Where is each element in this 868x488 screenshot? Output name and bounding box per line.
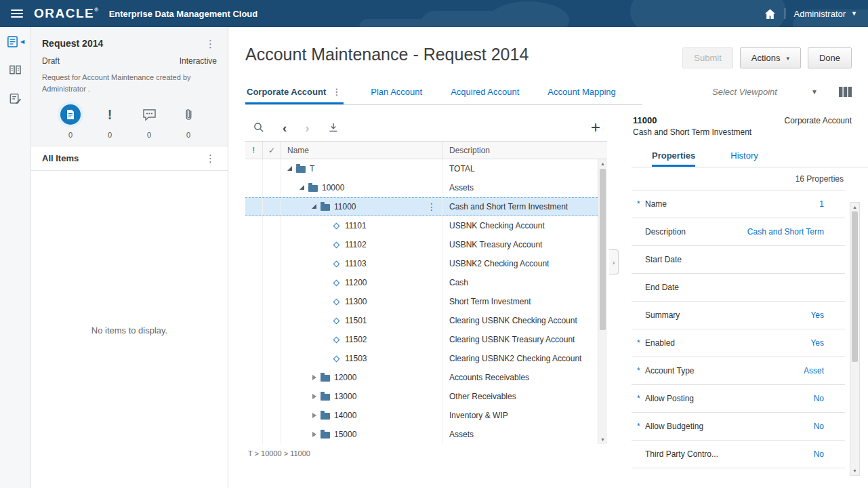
- panel-expander-handle[interactable]: ›: [609, 249, 619, 274]
- comments-counter[interactable]: 0: [134, 104, 164, 139]
- property-row[interactable]: Start Date: [632, 246, 845, 274]
- property-row[interactable]: *Name1: [632, 190, 845, 218]
- node-description: TOTAL: [442, 159, 598, 178]
- property-row[interactable]: *Account TypeAsset: [632, 357, 845, 385]
- request-panel: Request 2014 ⋮ Draft Interactive Request…: [31, 27, 228, 488]
- node-description: Assets: [442, 178, 598, 197]
- name-cell: 13000: [281, 387, 442, 406]
- tree-row[interactable]: 15000Assets: [245, 425, 598, 444]
- menu-icon[interactable]: [11, 9, 23, 18]
- layout-grid-icon[interactable]: [839, 87, 852, 100]
- check-cell: [263, 273, 281, 292]
- tree-row[interactable]: 11503Clearing USBNK2 Checking Account: [245, 349, 598, 368]
- tab-menu-icon[interactable]: ⋮: [331, 87, 342, 96]
- details-tab-history[interactable]: History: [730, 146, 758, 167]
- tree-row[interactable]: 11000⋮Cash and Short Term Investment: [245, 197, 598, 216]
- description-column-header[interactable]: Description: [442, 142, 607, 159]
- details-scrollbar[interactable]: ▲ ▼: [850, 202, 860, 476]
- tree-row[interactable]: 10000Assets: [245, 178, 598, 197]
- expand-toggle-icon[interactable]: [310, 202, 319, 211]
- scrollbar-thumb[interactable]: [600, 169, 606, 330]
- expand-toggle-icon[interactable]: [310, 430, 319, 439]
- submit-button[interactable]: Submit: [682, 47, 732, 68]
- property-value[interactable]: Cash and Short Term: [747, 227, 844, 237]
- search-icon[interactable]: [253, 122, 264, 133]
- property-value[interactable]: 1: [819, 199, 844, 209]
- flag-column-header[interactable]: !: [245, 142, 263, 159]
- property-value[interactable]: Yes: [810, 338, 844, 348]
- property-row[interactable]: End Date: [632, 274, 845, 302]
- flag-cell: [245, 349, 263, 368]
- expand-toggle-icon[interactable]: [310, 373, 319, 382]
- tab-acquired-account[interactable]: Acquired Account: [449, 81, 520, 104]
- done-button[interactable]: Done: [808, 47, 852, 68]
- tree-row[interactable]: 11200Cash: [245, 273, 598, 292]
- collapse-panel-icon[interactable]: ◀: [20, 39, 24, 45]
- scrollbar-thumb[interactable]: [852, 211, 858, 362]
- scroll-up-icon[interactable]: ▲: [598, 161, 607, 166]
- property-value[interactable]: No: [814, 422, 844, 431]
- expand-toggle-icon[interactable]: [310, 411, 319, 420]
- tree-row[interactable]: 13000Other Receivables: [245, 387, 598, 406]
- tree-scrollbar[interactable]: ▲ ▼: [598, 159, 607, 444]
- property-row[interactable]: Third Party Contro...No: [632, 441, 845, 468]
- property-value[interactable]: Asset: [804, 366, 844, 375]
- request-menu-icon[interactable]: ⋮: [204, 39, 217, 49]
- issues-counter[interactable]: ! 0: [95, 104, 125, 139]
- viewpoint-selector[interactable]: Select Viewpoint ▼: [712, 87, 818, 97]
- property-value[interactable]: No: [814, 449, 844, 459]
- property-value[interactable]: No: [814, 394, 844, 403]
- tree-row[interactable]: 11501Clearing USBNK Checking Account: [245, 311, 598, 330]
- tree-row[interactable]: TTOTAL: [245, 159, 598, 178]
- scroll-down-icon[interactable]: ▼: [850, 468, 859, 473]
- nav-requests-button[interactable]: ◀: [0, 27, 30, 56]
- required-marker: *: [637, 366, 645, 375]
- all-items-menu-icon[interactable]: ⋮: [204, 153, 217, 163]
- check-column-header[interactable]: ✓: [263, 142, 281, 159]
- property-row[interactable]: DescriptionCash and Short Term: [632, 218, 845, 246]
- expand-toggle-icon[interactable]: [310, 392, 319, 401]
- property-row[interactable]: SummaryYes: [632, 302, 845, 329]
- twisty-spacer: [322, 354, 331, 363]
- nav-activity-button[interactable]: [0, 84, 30, 113]
- tab-plan-account[interactable]: Plan Account: [369, 81, 423, 104]
- property-label: Summary: [645, 310, 680, 320]
- node-name: 11000: [334, 202, 356, 211]
- row-menu-icon[interactable]: ⋮: [427, 201, 436, 212]
- tree-row[interactable]: 11103USBNK2 Checking Account: [245, 254, 598, 273]
- download-icon[interactable]: [328, 122, 339, 133]
- nav-compare-button[interactable]: [0, 56, 30, 84]
- node-description: Inventory & WIP: [442, 406, 598, 425]
- tree-row[interactable]: 11300Short Term Investment: [245, 292, 598, 311]
- tree-row[interactable]: 11101USBNK Checking Account: [245, 216, 598, 235]
- actions-button[interactable]: Actions ▾: [740, 47, 801, 68]
- tree-row[interactable]: 11102USBNK Treasury Account: [245, 235, 598, 254]
- user-menu[interactable]: Administrator ▼: [794, 9, 858, 19]
- property-value[interactable]: Yes: [810, 310, 844, 320]
- cloud-decoration: [359, 19, 434, 27]
- property-row[interactable]: *Allow PostingNo: [632, 385, 845, 413]
- node-name: 15000: [334, 430, 356, 439]
- tree-row[interactable]: 14000Inventory & WIP: [245, 406, 598, 425]
- scroll-up-icon[interactable]: ▲: [850, 205, 859, 209]
- request-items-counter[interactable]: 0: [56, 104, 85, 139]
- property-row[interactable]: *Allow BudgetingNo: [632, 413, 845, 441]
- tab-account-mapping[interactable]: Account Mapping: [546, 81, 617, 104]
- back-icon[interactable]: ‹: [283, 121, 287, 134]
- leaf-node-icon: [333, 279, 340, 286]
- expand-toggle-icon[interactable]: [285, 164, 295, 174]
- details-tab-properties[interactable]: Properties: [652, 146, 695, 167]
- tree-row[interactable]: 11502Clearing USBNK Treasury Account: [245, 330, 598, 349]
- forward-icon[interactable]: ›: [305, 121, 309, 134]
- expand-toggle-icon[interactable]: [297, 183, 307, 192]
- tree-row[interactable]: 12000Accounts Receivables: [245, 368, 598, 387]
- viewpoint-caret-icon: ▼: [811, 88, 818, 96]
- name-cell: T: [281, 159, 442, 178]
- tab-corporate-account[interactable]: Corporate Account⋮: [245, 81, 344, 104]
- property-row[interactable]: *EnabledYes: [632, 329, 845, 357]
- attachments-counter[interactable]: 0: [173, 104, 203, 139]
- name-column-header[interactable]: Name: [281, 142, 442, 159]
- home-icon[interactable]: [764, 9, 776, 19]
- scroll-down-icon[interactable]: ▼: [598, 437, 607, 442]
- add-node-icon[interactable]: +: [591, 118, 600, 137]
